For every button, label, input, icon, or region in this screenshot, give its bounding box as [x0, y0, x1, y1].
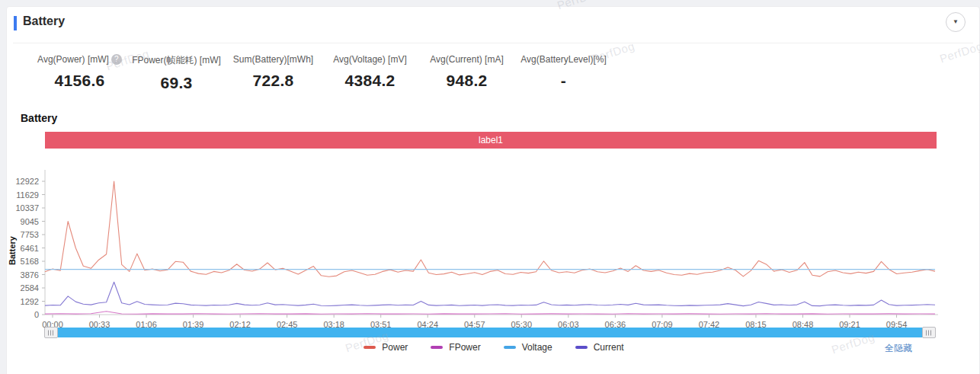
- stat-label-row: Avg(Power) [mW] ?: [31, 54, 128, 65]
- label1-banner: label1: [45, 132, 937, 149]
- chart-title: Battery: [21, 112, 57, 124]
- stat-value: 4156.6: [31, 72, 128, 90]
- y-tick-label: 9045: [21, 217, 39, 226]
- stat-fpower: FPower(帧能耗) [mW] 69.3: [128, 54, 225, 92]
- stat-avg-batterylevel: Avg(BatteryLevel)[%] -: [515, 54, 612, 92]
- y-tick-label: 2584: [21, 283, 39, 292]
- legend-label: Voltage: [522, 342, 552, 353]
- header-divider: [13, 43, 973, 43]
- y-tick-label: 12922: [15, 177, 39, 186]
- stat-label: Avg(Current) [mA]: [430, 54, 503, 65]
- chart-legend: PowerFPowerVoltageCurrent: [7, 342, 980, 353]
- current-line: [45, 282, 935, 305]
- stat-sum-battery: Sum(Battery)[mWh] 722.8: [225, 54, 322, 92]
- legend-marker-icon: [363, 346, 376, 349]
- y-tick-label: 0: [34, 310, 39, 319]
- y-tick-label: 3876: [21, 270, 39, 280]
- legend-label: FPower: [449, 342, 480, 353]
- y-tick-label: 11629: [16, 190, 39, 200]
- stat-label: Avg(Voltage) [mV]: [333, 54, 407, 65]
- hide-all-link[interactable]: 全隐藏: [885, 342, 912, 355]
- stat-value: 948.2: [418, 72, 515, 90]
- stat-avg-power: Avg(Power) [mW] ? 4156.6: [31, 54, 128, 92]
- battery-chart[interactable]: 1292211629103379045775364615168387625841…: [7, 152, 980, 328]
- legend-label: Power: [382, 342, 408, 353]
- collapse-button[interactable]: ▼: [946, 12, 966, 32]
- stat-label: Sum(Battery)[mWh]: [233, 54, 313, 65]
- battery-panel: Battery ▼ Avg(Power) [mW] ? 4156.6 FPowe…: [6, 6, 980, 374]
- power-line: [45, 181, 935, 277]
- stat-value: 722.8: [225, 72, 322, 90]
- stats-row: Avg(Power) [mW] ? 4156.6 FPower(帧能耗) [mW…: [31, 54, 612, 92]
- accent-bar: [14, 16, 17, 30]
- y-tick-label: 1292: [21, 297, 39, 306]
- legend-item-power[interactable]: Power: [363, 342, 408, 353]
- stat-value: -: [515, 72, 612, 90]
- stat-label: FPower(帧能耗) [mW]: [132, 54, 221, 67]
- chevron-down-icon: ▼: [953, 19, 959, 25]
- legend-item-fpower[interactable]: FPower: [431, 342, 480, 353]
- range-scrollbar[interactable]: [45, 328, 935, 337]
- panel-header: Battery ▼: [7, 7, 979, 43]
- help-icon[interactable]: ?: [111, 54, 122, 65]
- legend-item-voltage[interactable]: Voltage: [504, 342, 552, 353]
- scrollbar-handle-left[interactable]: [44, 327, 58, 338]
- legend-marker-icon: [575, 346, 588, 349]
- stat-avg-current: Avg(Current) [mA] 948.2: [418, 54, 515, 92]
- stat-value: 4384.2: [322, 72, 418, 90]
- stat-label: Avg(BatteryLevel)[%]: [520, 54, 607, 65]
- legend-item-current[interactable]: Current: [575, 342, 624, 353]
- grip-icon: [926, 330, 932, 335]
- stat-value: 69.3: [128, 74, 225, 92]
- legend-marker-icon: [431, 346, 443, 349]
- legend-label: Current: [594, 342, 624, 353]
- fpower-line: [45, 312, 935, 315]
- y-tick-label: 7753: [21, 230, 39, 239]
- y-tick-label: 10337: [15, 203, 39, 213]
- y-tick-label: 5168: [21, 257, 39, 266]
- y-tick-label: 6461: [21, 244, 39, 253]
- stat-avg-voltage: Avg(Voltage) [mV] 4384.2: [322, 54, 418, 92]
- panel-title: Battery: [23, 14, 65, 28]
- grip-icon: [48, 330, 54, 335]
- scrollbar-handle-right[interactable]: [922, 327, 936, 338]
- legend-marker-icon: [504, 346, 516, 349]
- stat-label: Avg(Power) [mW]: [37, 54, 109, 65]
